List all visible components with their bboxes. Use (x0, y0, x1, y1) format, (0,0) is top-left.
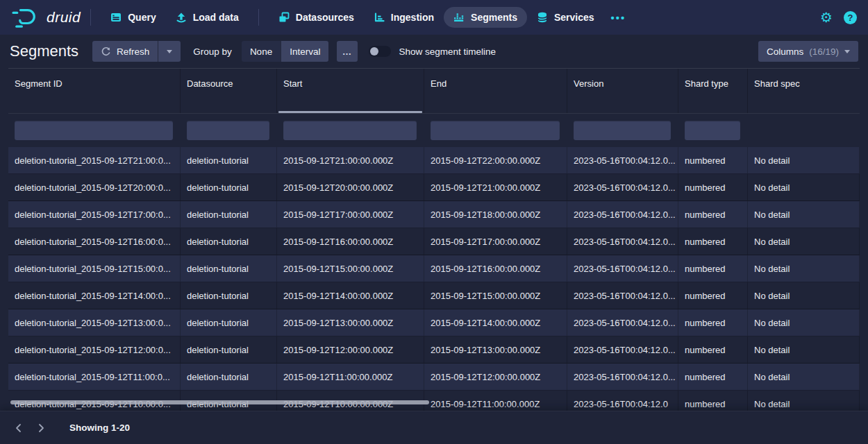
cell-version[interactable]: 2023-05-16T00:04:12.0... (567, 255, 678, 282)
cell-start[interactable]: 2015-09-12T15:00:00.000Z (277, 255, 424, 282)
filter-input-end[interactable] (431, 121, 560, 140)
cell-version[interactable]: 2023-05-16T00:04:12.0... (567, 174, 678, 200)
cell-segment-id[interactable]: deletion-tutorial_2015-09-12T11:00:0... (8, 364, 181, 390)
cell-datasource[interactable]: deletion-tutorial (181, 147, 277, 173)
table-row[interactable]: deletion-tutorial_2015-09-12T14:00:0...d… (8, 282, 860, 309)
cell-version[interactable]: 2023-05-16T00:04:12.0... (567, 201, 678, 228)
group-by-interval-button[interactable]: Interval (281, 41, 328, 62)
druid-logo[interactable]: druid (11, 6, 81, 29)
cell-start[interactable]: 2015-09-12T17:00:00.000Z (277, 201, 424, 228)
cell-datasource[interactable]: deletion-tutorial (181, 364, 277, 390)
refresh-dropdown-button[interactable] (158, 41, 181, 62)
gear-icon[interactable]: ⚙ (820, 10, 833, 24)
table-row[interactable]: deletion-tutorial_2015-09-12T12:00:0...d… (8, 336, 860, 364)
group-by-none-button[interactable]: None (242, 41, 281, 62)
cell-end[interactable]: 2015-09-12T14:00:00.000Z (424, 309, 567, 336)
cell-version[interactable]: 2023-05-16T00:04:12.0... (567, 147, 678, 173)
cell-end[interactable]: 2015-09-12T18:00:00.000Z (424, 201, 567, 228)
cell-shard-type[interactable]: numbered (678, 255, 748, 282)
column-header-datasource[interactable]: Datasource (181, 69, 277, 113)
column-header-shard-spec[interactable]: Shard spec (748, 69, 860, 113)
more-actions-button[interactable]: … (337, 41, 358, 62)
cell-segment-id[interactable]: deletion-tutorial_2015-09-12T16:00:0... (8, 228, 181, 255)
cell-end[interactable]: 2015-09-12T12:00:00.000Z (424, 364, 567, 390)
cell-start[interactable]: 2015-09-12T21:00:00.000Z (277, 147, 424, 173)
cell-end[interactable]: 2015-09-12T13:00:00.000Z (424, 336, 567, 363)
horizontal-scrollbar[interactable] (10, 400, 429, 404)
cell-shard-type[interactable]: numbered (678, 201, 748, 228)
table-row[interactable]: deletion-tutorial_2015-09-12T16:00:0...d… (8, 228, 860, 255)
cell-datasource[interactable]: deletion-tutorial (181, 309, 277, 336)
cell-segment-id[interactable]: deletion-tutorial_2015-09-12T17:00:0... (8, 201, 181, 228)
previous-page-button[interactable] (11, 420, 26, 436)
cell-shard-type[interactable]: numbered (678, 228, 748, 255)
table-row[interactable]: deletion-tutorial_2015-09-12T15:00:0...d… (8, 255, 860, 282)
column-header-start[interactable]: Start (277, 69, 424, 113)
more-menu-button[interactable]: ••• (604, 12, 633, 24)
cell-shard-spec[interactable]: No detail (748, 309, 860, 336)
cell-start[interactable]: 2015-09-12T13:00:00.000Z (277, 309, 424, 336)
cell-start[interactable]: 2015-09-12T12:00:00.000Z (277, 336, 424, 363)
cell-segment-id[interactable]: deletion-tutorial_2015-09-12T12:00:0... (8, 336, 181, 363)
cell-datasource[interactable]: deletion-tutorial (181, 201, 277, 228)
filter-input-start[interactable] (283, 121, 417, 140)
cell-datasource[interactable]: deletion-tutorial (181, 282, 277, 309)
cell-segment-id[interactable]: deletion-tutorial_2015-09-12T13:00:0... (8, 309, 181, 336)
cell-end[interactable]: 2015-09-12T21:00:00.000Z (424, 174, 567, 200)
help-icon[interactable]: ? (844, 11, 857, 24)
cell-segment-id[interactable]: deletion-tutorial_2015-09-12T14:00:0... (8, 282, 181, 309)
cell-shard-spec[interactable]: No detail (748, 147, 860, 173)
cell-datasource[interactable]: deletion-tutorial (181, 255, 277, 282)
cell-version[interactable]: 2023-05-16T00:04:12.0... (567, 282, 678, 309)
nav-item-segments[interactable]: Segments (444, 7, 527, 28)
cell-segment-id[interactable]: deletion-tutorial_2015-09-12T21:00:0... (8, 147, 181, 173)
cell-segment-id[interactable]: deletion-tutorial_2015-09-12T20:00:0... (8, 174, 181, 200)
nav-item-load-data[interactable]: Load data (166, 7, 249, 28)
cell-version[interactable]: 2023-05-16T00:04:12.0... (567, 364, 678, 390)
cell-shard-spec[interactable]: No detail (748, 364, 860, 390)
cell-version[interactable]: 2023-05-16T00:04:12.0... (567, 228, 678, 255)
cell-start[interactable]: 2015-09-12T20:00:00.000Z (277, 174, 424, 200)
table-row[interactable]: deletion-tutorial_2015-09-12T17:00:0...d… (8, 201, 860, 228)
cell-datasource[interactable]: deletion-tutorial (181, 336, 277, 363)
cell-datasource[interactable]: deletion-tutorial (181, 228, 277, 255)
nav-item-ingestion[interactable]: Ingestion (364, 7, 444, 28)
table-row[interactable]: deletion-tutorial_2015-09-12T13:00:0...d… (8, 309, 860, 336)
cell-end[interactable]: 2015-09-12T17:00:00.000Z (424, 228, 567, 255)
table-row[interactable]: deletion-tutorial_2015-09-12T11:00:0...d… (8, 364, 860, 391)
column-header-version[interactable]: Version (567, 69, 678, 113)
cell-shard-type[interactable]: numbered (678, 174, 748, 200)
cell-end[interactable]: 2015-09-12T15:00:00.000Z (424, 282, 567, 309)
cell-start[interactable]: 2015-09-12T11:00:00.000Z (277, 364, 424, 390)
segment-timeline-toggle[interactable] (369, 46, 391, 57)
table-row[interactable]: deletion-tutorial_2015-09-12T21:00:0...d… (8, 147, 860, 174)
cell-end[interactable]: 2015-09-12T16:00:00.000Z (424, 255, 567, 282)
cell-shard-type[interactable]: numbered (678, 364, 748, 390)
cell-shard-spec[interactable]: No detail (748, 255, 860, 282)
nav-item-services[interactable]: Services (527, 7, 604, 28)
cell-shard-spec[interactable]: No detail (748, 174, 860, 200)
table-row[interactable]: deletion-tutorial_2015-09-12T20:00:0...d… (8, 174, 860, 201)
cell-shard-spec[interactable]: No detail (748, 336, 860, 363)
cell-shard-type[interactable]: numbered (678, 282, 748, 309)
cell-shard-spec[interactable]: No detail (748, 282, 860, 309)
nav-item-query[interactable]: Query (101, 7, 165, 28)
cell-end[interactable]: 2015-09-12T22:00:00.000Z (424, 147, 567, 173)
cell-version[interactable]: 2023-05-16T00:04:12.0... (567, 336, 678, 363)
filter-input-shard-type[interactable] (685, 121, 740, 140)
cell-shard-type[interactable]: numbered (678, 336, 748, 363)
filter-input-segment-id[interactable] (15, 121, 173, 140)
cell-start[interactable]: 2015-09-12T16:00:00.000Z (277, 228, 424, 255)
nav-item-datasources[interactable]: Datasources (269, 7, 364, 28)
cell-shard-type[interactable]: numbered (678, 309, 748, 336)
filter-input-datasource[interactable] (187, 121, 269, 140)
filter-input-version[interactable] (574, 121, 671, 140)
cell-shard-spec[interactable]: No detail (748, 228, 860, 255)
column-header-shard-type[interactable]: Shard type (678, 69, 748, 113)
cell-shard-type[interactable]: numbered (678, 147, 748, 173)
cell-segment-id[interactable]: deletion-tutorial_2015-09-12T15:00:0... (8, 255, 181, 282)
columns-dropdown-button[interactable]: Columns (16/19) (758, 41, 858, 62)
next-page-button[interactable] (33, 420, 49, 436)
cell-shard-spec[interactable]: No detail (748, 201, 860, 228)
refresh-button[interactable]: Refresh (92, 41, 158, 62)
